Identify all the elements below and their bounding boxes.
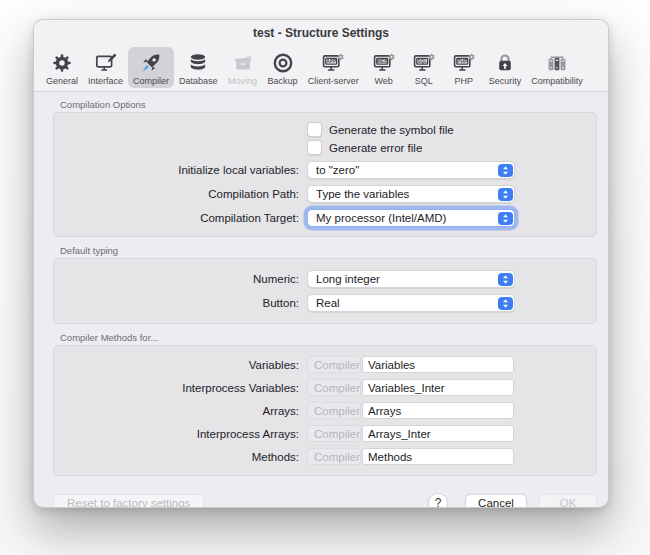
toolbar-item-label: Moving bbox=[228, 76, 257, 86]
popup-value: to "zero" bbox=[316, 164, 359, 176]
toolbar-item-database[interactable]: Database bbox=[174, 47, 223, 88]
field-label: Methods: bbox=[54, 451, 307, 463]
help-button[interactable]: ? bbox=[428, 493, 448, 508]
field-label: Compilation Path: bbox=[54, 188, 307, 200]
field-label: Variables: bbox=[54, 359, 307, 371]
checkbox-generate-error-file[interactable] bbox=[307, 140, 322, 155]
popup-compilation-target[interactable]: My processor (Intel/AMD) bbox=[307, 209, 515, 227]
popup-button[interactable]: Real bbox=[307, 294, 515, 312]
php-monitor-icon: PHP bbox=[452, 50, 476, 75]
method-prefix-field: Compiler_ bbox=[307, 402, 361, 419]
section-compiler-methods: Compiler Methods for... Variables:Compil… bbox=[53, 332, 597, 476]
svg-text:PHP: PHP bbox=[457, 59, 468, 64]
svg-text:WEB: WEB bbox=[376, 59, 388, 64]
toolbar-item-label: Interface bbox=[88, 76, 123, 86]
field-label: Arrays: bbox=[54, 405, 307, 417]
checkbox-generate-the-symbol-file[interactable] bbox=[307, 122, 322, 137]
settings-content: Compilation Options Generate the symbol … bbox=[34, 92, 608, 484]
toolbar-item-compiler[interactable]: Compiler bbox=[128, 47, 174, 88]
popup-numeric[interactable]: Long integer bbox=[307, 270, 515, 288]
gear-icon bbox=[50, 50, 74, 75]
backup-disc-icon bbox=[271, 50, 295, 75]
popup-stepper-icon bbox=[498, 164, 513, 177]
toolbar-item-label: General bbox=[46, 76, 78, 86]
toolbar-item-php[interactable]: PHPPHP bbox=[444, 47, 484, 88]
settings-toolbar: GeneralInterfaceCompilerDatabaseMovingBa… bbox=[34, 45, 608, 91]
popup-compilation-path[interactable]: Type the variables bbox=[307, 185, 515, 203]
toolbar-item-general[interactable]: General bbox=[41, 47, 83, 88]
toolbar-item-interface[interactable]: Interface bbox=[83, 47, 128, 88]
toolbar-item-label: Client-server bbox=[308, 76, 359, 86]
toolbar-item-label: PHP bbox=[454, 76, 473, 86]
field-label: Compilation Target: bbox=[54, 212, 307, 224]
methods-input[interactable] bbox=[362, 448, 514, 465]
svg-text:SQL: SQL bbox=[417, 59, 427, 64]
toolbar-item-label: Security bbox=[489, 76, 522, 86]
popup-value: Long integer bbox=[316, 273, 380, 285]
method-prefix-field: Compiler_ bbox=[307, 356, 361, 373]
section-title: Compilation Options bbox=[60, 99, 597, 110]
field-label: Interprocess Arrays: bbox=[54, 428, 307, 440]
toolbar-item-client-server[interactable]: APPClient-server bbox=[303, 47, 364, 88]
field-label: Numeric: bbox=[54, 273, 307, 285]
method-prefix-field: Compiler_ bbox=[307, 448, 361, 465]
section-title: Compiler Methods for... bbox=[60, 332, 597, 343]
section-compilation-options: Compilation Options Generate the symbol … bbox=[53, 99, 597, 237]
sql-monitor-icon: SQL bbox=[412, 50, 436, 75]
cancel-button[interactable]: Cancel bbox=[465, 494, 527, 509]
field-label: Initialize local variables: bbox=[54, 164, 307, 176]
field-label: Button: bbox=[54, 297, 307, 309]
toolbar-item-moving[interactable]: Moving bbox=[223, 47, 263, 88]
window-header: test - Structure Settings GeneralInterfa… bbox=[34, 20, 608, 92]
ok-button[interactable]: OK bbox=[539, 494, 597, 509]
variables-input[interactable] bbox=[362, 356, 514, 373]
toolbar-item-web[interactable]: WEBWeb bbox=[364, 47, 404, 88]
client-server-monitor-icon: APP bbox=[321, 50, 345, 75]
toolbar-item-sql[interactable]: SQLSQL bbox=[404, 47, 444, 88]
popup-stepper-icon bbox=[498, 297, 513, 310]
toolbar-item-compatibility[interactable]: Compatibility bbox=[526, 47, 588, 88]
popup-value: Type the variables bbox=[316, 188, 409, 200]
popup-stepper-icon bbox=[498, 273, 513, 286]
footer-bar: Reset to factory settings ? Cancel OK bbox=[34, 484, 608, 508]
popup-value: Real bbox=[316, 297, 340, 309]
structure-settings-window: test - Structure Settings GeneralInterfa… bbox=[33, 19, 609, 508]
interprocess-variables-input[interactable] bbox=[362, 379, 514, 396]
section-title: Default typing bbox=[60, 245, 597, 256]
section-default-typing: Default typing Numeric:Long integerButto… bbox=[53, 245, 597, 324]
method-prefix-field: Compiler_ bbox=[307, 379, 361, 396]
checkbox-label: Generate error file bbox=[329, 142, 422, 154]
popup-initialize-local-variables[interactable]: to "zero" bbox=[307, 161, 515, 179]
toolbar-item-label: Compatibility bbox=[531, 76, 583, 86]
moving-box-icon bbox=[231, 50, 255, 75]
toolbar-item-security[interactable]: Security bbox=[484, 47, 527, 88]
rocket-icon bbox=[139, 50, 163, 75]
toolbar-item-label: Database bbox=[179, 76, 218, 86]
toolbar-item-backup[interactable]: Backup bbox=[263, 47, 303, 88]
checkbox-label: Generate the symbol file bbox=[329, 124, 454, 136]
popup-stepper-icon bbox=[498, 212, 513, 225]
popup-value: My processor (Intel/AMD) bbox=[316, 212, 446, 224]
method-prefix-field: Compiler_ bbox=[307, 425, 361, 442]
lock-icon bbox=[493, 50, 517, 75]
arrays-input[interactable] bbox=[362, 402, 514, 419]
window-title: test - Structure Settings bbox=[253, 26, 389, 40]
svg-text:APP: APP bbox=[326, 59, 337, 64]
web-monitor-icon: WEB bbox=[372, 50, 396, 75]
reset-to-factory-button[interactable]: Reset to factory settings bbox=[53, 494, 204, 509]
titlebar[interactable]: test - Structure Settings bbox=[34, 20, 608, 45]
toolbar-item-label: Backup bbox=[268, 76, 298, 86]
toolbar-item-label: Compiler bbox=[133, 76, 169, 86]
toolbar-item-label: SQL bbox=[415, 76, 433, 86]
interface-monitor-pencil-icon bbox=[94, 50, 118, 75]
field-label: Interprocess Variables: bbox=[54, 382, 307, 394]
popup-stepper-icon bbox=[498, 188, 513, 201]
compatibility-servers-icon bbox=[545, 50, 569, 75]
toolbar-item-label: Web bbox=[374, 76, 392, 86]
interprocess-arrays-input[interactable] bbox=[362, 425, 514, 442]
database-cylinders-icon bbox=[186, 50, 210, 75]
